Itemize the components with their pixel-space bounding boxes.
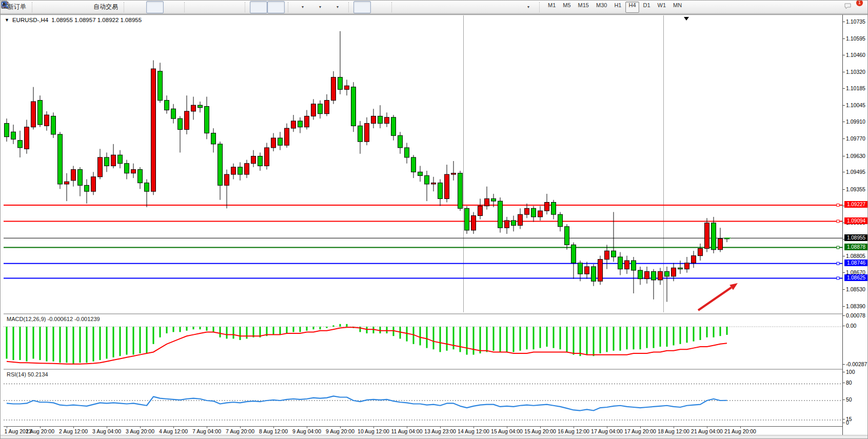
axis-tick [843,72,845,72]
axis-tick [843,172,845,172]
toolbar-button-signal[interactable] [72,1,89,13]
toolbar-button-templates[interactable]: ▾ [328,1,345,13]
toolbar-button-crosshair[interactable] [371,1,388,13]
rsi-axis-label: 50 [846,396,852,403]
candle-body [491,198,496,201]
candle-body [398,135,403,148]
toolbar-button-cursor[interactable] [353,1,371,13]
timeframe-h1[interactable]: H1 [611,2,624,13]
timeframe-d1[interactable]: D1 [640,2,654,13]
toolbar-separator [348,2,352,12]
candle-body [551,202,556,214]
chart-window: ▼ EURUSD-,H4 1.08955 1.08957 1.08922 1.0… [1,14,868,439]
candle-body [712,223,716,250]
toolbar-button-fibonacci[interactable]: F [466,1,484,13]
candle-body [558,214,563,227]
time-axis-label: 4 Aug 12:00 [159,428,188,434]
price-chart-canvas[interactable] [4,15,842,312]
timeframe-m1[interactable]: M1 [545,2,559,13]
candle-body [198,105,203,108]
timeframe-w1[interactable]: W1 [655,2,669,13]
toolbar-button-trendline[interactable] [431,1,449,13]
candle-body [85,185,89,191]
time-axis-label: 15 Aug 20:00 [524,428,556,434]
toolbar-button-candle-chart-mode[interactable] [146,1,164,13]
toolbar-button-text-label[interactable]: T [501,1,519,13]
toolbar-button-auto-trading[interactable]: 自动交易 [89,1,121,13]
toolbar-separator [391,2,395,12]
time-axis-label: 7 Aug 04:00 [192,428,221,434]
candle-body [465,208,469,230]
candle-body [278,138,283,145]
mt4-application: 新订单自动交易▾▾▾EFAT▾M1M5M15M30H1H4D1W1MN1 ▼ E… [0,0,868,439]
candle-body [391,117,396,136]
toolbar-button-auto-scroll[interactable] [250,1,267,13]
timeframe-m30[interactable]: M30 [593,2,610,13]
candle-body [445,174,449,198]
candle-body [258,156,263,166]
candle-body [191,105,196,111]
macd-canvas[interactable] [4,314,842,369]
toolbar-button-bar-chart-mode[interactable] [129,1,146,13]
toolbar-button-text[interactable]: A [484,1,501,13]
timeframe-m15[interactable]: M15 [575,2,592,13]
candle-body [345,86,349,89]
toolbar-button-indicators[interactable]: ▾ [293,1,310,13]
chevron-down-icon[interactable]: ▼ [5,17,9,23]
rsi-panel[interactable]: RSI(14) 50.2134 [4,369,842,427]
line-handle[interactable] [837,277,839,280]
time-axis-label: 15 Aug 04:00 [491,428,523,434]
toolbar-button-line-chart-mode[interactable] [164,1,181,13]
rsi-canvas[interactable] [4,370,842,427]
axis-tick [843,289,845,290]
chevron-down-icon: ▾ [527,5,529,9]
price-chart-panel[interactable] [4,15,842,312]
time-axis-label: 2 Aug 12:00 [59,428,88,434]
timeframe-mn[interactable]: MN [670,2,685,13]
notifications-button[interactable]: 1 [843,1,860,13]
search-button[interactable] [825,1,843,13]
price-axis[interactable]: 1.107351.105951.104601.103201.101851.100… [842,15,868,435]
toolbar-button-equidistant-channel[interactable]: E [449,1,466,13]
candle-body [431,183,436,184]
line-handle[interactable] [837,204,839,206]
line-handle[interactable] [837,262,839,265]
candle-body [158,71,163,101]
candle-body [185,111,189,130]
toolbar-button-arrows-shapes[interactable]: ▾ [519,1,536,13]
price-axis-label: 1.10735 [846,18,865,25]
timeframe-m5[interactable]: M5 [560,2,574,13]
toolbar-button-chart-window[interactable] [54,1,72,13]
arrow-annotation-shaft[interactable] [698,288,732,310]
time-axis-label: 10 Aug 12:00 [358,428,389,434]
toolbar-separator [32,2,35,12]
candle-body [225,174,229,185]
rsi-axis-label: 80 [846,380,852,386]
candle-body [245,164,249,174]
line-handle[interactable] [837,220,839,223]
scroll-marker-icon [684,17,689,21]
chart-ohlc-values: 1.08955 1.08957 1.08922 1.08955 [51,17,142,23]
toolbar-button-zoom-in[interactable] [189,1,207,13]
price-axis-label: 1.09910 [846,118,865,125]
toolbar-button-horizontal-line[interactable] [414,1,431,13]
candle-body [365,124,369,142]
toolbar-button-chart-shift[interactable] [267,1,285,13]
time-axis-label: 21 Aug 04:00 [691,428,723,434]
candle-body [65,182,69,184]
line-handle[interactable] [837,246,839,249]
axis-tick [843,122,845,122]
toolbar-button-tile-windows[interactable] [224,1,242,13]
axis-tick [843,38,845,39]
toolbar-button-periods[interactable]: ▾ [310,1,328,13]
axis-tick [843,423,845,423]
timeframe-h4[interactable]: H4 [625,2,639,13]
toolbar-button-bucket[interactable] [37,1,54,13]
toolbar-button-zoom-out[interactable] [207,1,224,13]
time-axis-label: 11 Aug 04:00 [391,428,422,434]
candle-body [58,134,63,184]
toolbar-button-vertical-line[interactable] [397,1,414,13]
macd-panel[interactable]: MACD(12,26,9) -0.000612 -0.001239 [4,313,842,369]
candle-body [485,198,489,206]
candle-body [78,170,83,186]
